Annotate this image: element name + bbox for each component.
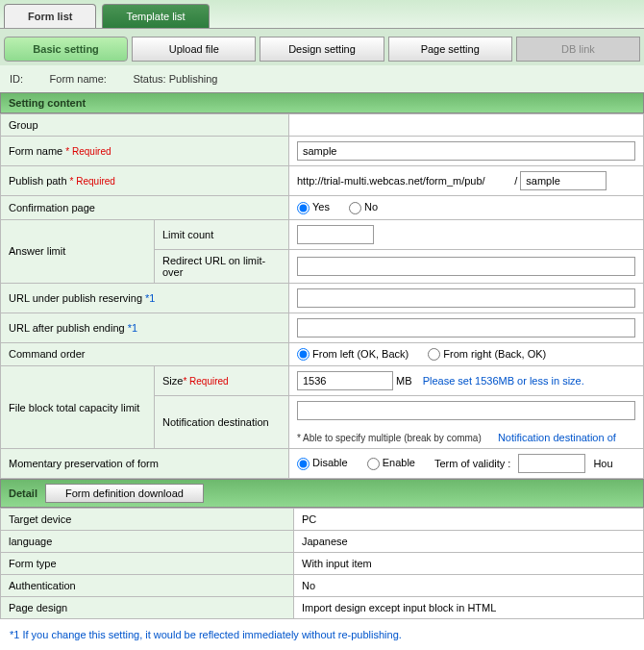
detail-formtype-label: Form type	[1, 553, 294, 575]
tab-form-list[interactable]: Form list	[4, 4, 96, 28]
detail-target-label: Target device	[1, 509, 294, 531]
tab-basic-setting[interactable]: Basic setting	[4, 37, 128, 62]
detail-target-value: PC	[294, 509, 644, 531]
radio-from-left[interactable]: From left (OK, Back)	[297, 348, 409, 362]
footnote: *1 If you change this setting, it would …	[0, 619, 644, 650]
row-limitcount-label: Limit count	[155, 219, 289, 249]
row-momentary-label: Momentary preservation of form	[1, 449, 289, 479]
row-url-reserving-label: URL under publish reserving *1	[1, 283, 289, 312]
top-tabs: Form list Template list	[0, 0, 644, 29]
status-value: Publishing	[169, 73, 218, 85]
detail-pagedesign-label: Page design	[1, 597, 294, 619]
notif-link[interactable]: Notification destination of	[498, 432, 616, 443]
url-ending-text: URL after publish ending	[9, 322, 125, 334]
detail-auth-value: No	[294, 575, 644, 597]
form-name-input[interactable]	[297, 141, 635, 161]
term-validity-label: Term of validity :	[434, 458, 510, 469]
radio-from-right[interactable]: From right (Back, OK)	[428, 348, 546, 362]
sub-tabs: Basic setting Upload file Design setting…	[0, 29, 644, 65]
detail-pagedesign-value: Import design except input block in HTML	[294, 597, 644, 619]
row-notif-label: Notification destination	[155, 396, 289, 449]
id-label: ID:	[10, 73, 23, 85]
limit-count-input[interactable]	[297, 225, 374, 244]
radio-no[interactable]: No	[349, 201, 378, 214]
tab-template-list[interactable]: Template list	[102, 4, 209, 28]
detail-auth-label: Authentication	[1, 575, 294, 597]
form-name-label: Form name:	[50, 73, 107, 85]
size-text: Size	[162, 375, 183, 387]
notif-dest-input[interactable]	[297, 401, 635, 420]
required-mark: * Required	[183, 376, 228, 387]
row-formname-label: Form name * Required	[1, 137, 289, 166]
row-size-label: Size* Required	[155, 366, 289, 396]
row-command-label: Command order	[1, 342, 289, 366]
radio-enable[interactable]: Enable	[367, 457, 415, 470]
section-setting-content: Setting content	[0, 92, 644, 113]
row-url-ending-label: URL after publish ending *1	[1, 312, 289, 342]
detail-table: Target devicePC languageJapanese Form ty…	[0, 508, 644, 619]
ref-mark: *1	[128, 322, 137, 334]
row-group-label: Group	[1, 114, 289, 137]
required-mark: * Required	[65, 146, 111, 157]
row-answerlimit-label: Answer limit	[1, 219, 155, 283]
row-publishpath-label: Publish path * Required	[1, 166, 289, 196]
url-reserving-input[interactable]	[297, 288, 635, 308]
settings-table: Group Form name * Required Publish path …	[0, 113, 644, 479]
required-mark: * Required	[70, 176, 115, 187]
row-redirect-label: Redirect URL on limit-over	[155, 249, 289, 283]
formname-text: Form name	[9, 145, 62, 157]
radio-disable[interactable]: Disable	[297, 457, 348, 470]
publish-path-input[interactable]	[520, 171, 607, 190]
detail-language-value: Japanese	[294, 531, 644, 553]
row-confirm-label: Confirmation page	[1, 196, 289, 220]
ref-mark: *1	[145, 292, 155, 304]
status-label: Status:	[133, 73, 165, 85]
term-unit: Hou	[593, 458, 612, 469]
section-detail: Detail Form definition download	[0, 479, 644, 508]
notif-note: * Able to specify multiple (break by com…	[297, 433, 482, 443]
tab-db-link: DB link	[516, 37, 640, 62]
detail-title: Detail	[9, 488, 37, 499]
info-bar: ID: Form name: Status: Publishing	[0, 65, 644, 92]
size-input[interactable]	[297, 371, 393, 390]
row-group-value	[289, 114, 644, 137]
detail-language-label: language	[1, 531, 294, 553]
form-definition-download-button[interactable]: Form definition download	[45, 484, 204, 503]
size-unit: MB	[396, 375, 412, 387]
size-hint: Please set 1536MB or less in size.	[423, 375, 584, 387]
url-reserving-text: URL under publish reserving	[9, 292, 142, 304]
tab-page-setting[interactable]: Page setting	[388, 37, 512, 62]
tab-upload-file[interactable]: Upload file	[132, 37, 256, 62]
redirect-url-input[interactable]	[297, 257, 635, 276]
term-validity-input[interactable]	[518, 454, 585, 473]
tab-design-setting[interactable]: Design setting	[260, 37, 384, 62]
detail-formtype-value: With input item	[294, 553, 644, 575]
publish-path-prefix: http://trial-multi.webcas.net/form_m/pub…	[297, 175, 485, 187]
radio-yes[interactable]: Yes	[297, 201, 330, 214]
url-ending-input[interactable]	[297, 318, 635, 338]
publishpath-text: Publish path	[9, 175, 67, 187]
row-fileblock-label: File block total capacity limit	[1, 366, 155, 449]
